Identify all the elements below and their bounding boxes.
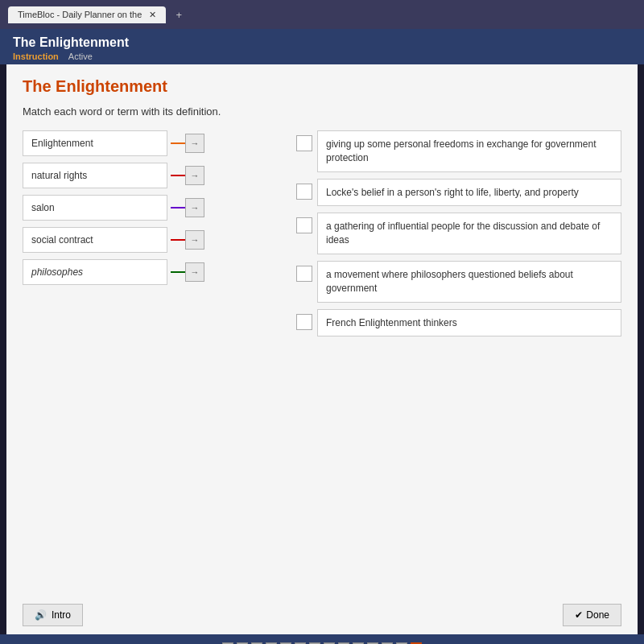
checkbox-def4[interactable] — [296, 266, 312, 282]
instructions-text: Match each word or term with its definit… — [23, 105, 621, 118]
definition-row: French Enlightenment thinkers — [296, 309, 621, 337]
term-row: Enlightenment → — [23, 130, 216, 156]
next-arrow[interactable]: ▶ — [425, 641, 442, 644]
arrow-connector-enlightenment: → — [171, 134, 204, 153]
status-label: Active — [68, 52, 93, 61]
navigation-bar: ◀ ▶ 13 of 14 — [0, 634, 644, 644]
definition-row: Locke's belief in a person's right to li… — [296, 179, 621, 207]
page-title: The Enlightenment — [23, 77, 621, 96]
definition-row: giving up some personal freedoms in exch… — [296, 130, 621, 172]
term-row: philosophes → — [23, 259, 216, 285]
checkbox-def3[interactable] — [296, 217, 312, 233]
term-salon[interactable]: salon — [23, 195, 167, 221]
arrow-btn-philosophes[interactable]: → — [185, 262, 204, 282]
matching-area: Enlightenment → natural rights → salon → — [23, 130, 621, 336]
main-content: The Enlightenment Match each word or ter… — [6, 64, 638, 596]
app-subtitle: Instruction Active — [13, 52, 631, 61]
page-dots: ◀ ▶ — [202, 641, 442, 644]
term-row: social contract → — [23, 227, 216, 253]
prev-arrow[interactable]: ◀ — [202, 641, 219, 644]
definition-row: a gathering of influential people for th… — [296, 213, 621, 254]
definitions-column: giving up some personal freedoms in exch… — [296, 130, 621, 336]
checkbox-def2[interactable] — [296, 184, 312, 200]
definition-box-2[interactable]: Locke's belief in a person's right to li… — [317, 179, 621, 207]
tab-label: TimeBloc - Daily Planner on the — [18, 10, 142, 19]
definition-row: a movement where philosophers questioned… — [296, 261, 621, 303]
arrow-connector-philosophes: → — [171, 262, 204, 282]
terms-column: Enlightenment → natural rights → salon → — [23, 130, 216, 285]
intro-button[interactable]: 🔊 Intro — [23, 604, 83, 626]
bottom-bar: 🔊 Intro ✔ Done — [6, 596, 638, 634]
term-row: natural rights → — [23, 163, 216, 188]
browser-bar: TimeBloc - Daily Planner on the ✕ + — [0, 0, 644, 29]
checkbox-def5[interactable] — [296, 314, 312, 330]
definition-box-4[interactable]: a movement where philosophers questioned… — [317, 261, 621, 303]
definition-box-3[interactable]: a gathering of influential people for th… — [317, 213, 621, 254]
arrow-btn-natural-rights[interactable]: → — [185, 166, 204, 185]
term-natural-rights[interactable]: natural rights — [23, 163, 167, 188]
arrow-btn-salon[interactable]: → — [185, 198, 204, 217]
intro-label: Intro — [52, 609, 71, 621]
term-philosophes[interactable]: philosophes — [23, 259, 167, 285]
definition-box-1[interactable]: giving up some personal freedoms in exch… — [317, 130, 621, 172]
arrow-connector-natural-rights: → — [171, 166, 204, 185]
term-row: salon → — [23, 195, 216, 221]
done-button[interactable]: ✔ Done — [563, 604, 621, 626]
browser-tab[interactable]: TimeBloc - Daily Planner on the ✕ — [8, 6, 166, 23]
arrow-btn-social-contract[interactable]: → — [185, 230, 204, 250]
instruction-label: Instruction — [13, 52, 59, 61]
speaker-icon: 🔊 — [35, 609, 47, 621]
app-header: The Enlightenment Instruction Active — [0, 29, 644, 64]
arrow-connector-salon: → — [171, 198, 204, 217]
done-label: Done — [586, 609, 609, 621]
checkmark-icon: ✔ — [575, 609, 583, 621]
app-title: The Enlightenment — [13, 35, 631, 50]
arrow-btn-enlightenment[interactable]: → — [185, 134, 204, 153]
arrow-connector-social-contract: → — [171, 230, 204, 250]
term-social-contract[interactable]: social contract — [23, 227, 167, 253]
term-enlightenment[interactable]: Enlightenment — [23, 130, 167, 156]
checkbox-def1[interactable] — [296, 135, 312, 151]
definition-box-5[interactable]: French Enlightenment thinkers — [317, 309, 621, 337]
